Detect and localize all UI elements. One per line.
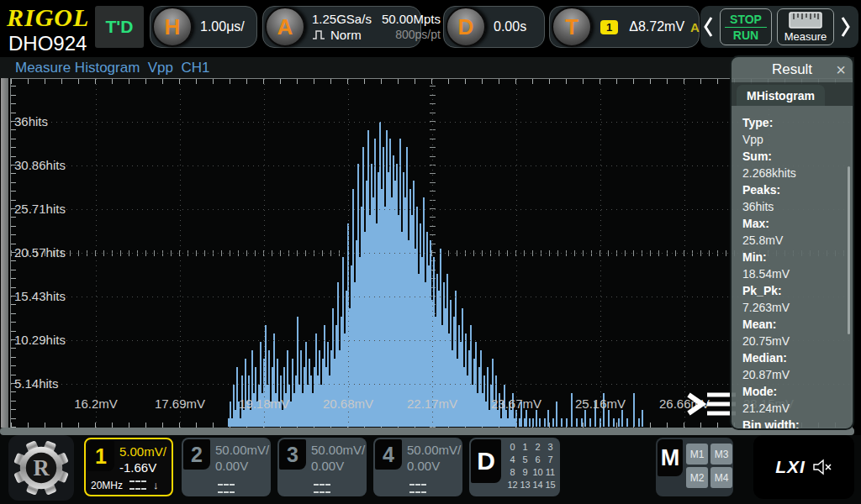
channel-1-box[interactable]: 1 5.00mV/ -1.66V 20MHz ↓ [84,438,173,496]
delay-control[interactable]: D 0.00s [443,6,545,48]
histogram-bar [584,410,586,427]
channel-4-offset: 0.00V [407,458,461,474]
histogram-bar [561,418,563,427]
digital-letter: D [471,439,501,483]
y-axis-tick-label: 20.57hits [14,245,66,260]
digital-bit-label: 3 [544,442,557,454]
close-icon[interactable]: × [836,59,846,81]
offset-arrow-icon: ↓ [153,479,159,491]
math-button-m1[interactable]: M1 [686,444,708,465]
trigger-knob[interactable]: T [552,7,592,47]
channel-4-scale: 50.00mV/ [407,442,461,458]
rigol-logo: RIGOL [7,3,89,32]
channel-1-number: 1 [87,441,114,471]
pulse-icon [312,29,326,40]
math-button-m4[interactable]: M4 [710,467,732,488]
model-name: DHO924 [8,32,87,55]
channel-4-number: 4 [375,439,402,470]
lxi-status-box[interactable]: LXI [753,435,854,499]
x-axis-tick-label: 25.16mV [563,396,638,411]
digital-bit-label: 13 [519,480,531,492]
acquire-control[interactable]: A 1.25GSa/s Norm 50.00Mpts 800ps/pt [262,6,421,48]
channel-2-box[interactable]: 2 50.00mV/ 0.00V [182,438,271,496]
x-axis-tick-label: 17.69mV [142,396,218,411]
stop-run-button[interactable]: STOP RUN [720,8,772,45]
y-axis-tick-label: 15.43hits [14,289,66,303]
dc-coupling-icon [409,484,426,493]
svg-text:R: R [33,455,50,480]
oscilloscope-screen: RIGOL DHO924 T'D H 1.00μs/ A 1.25GSa/s N… [0,0,861,504]
panel-scrollbar[interactable] [848,166,850,334]
speaker-muted-icon [812,459,832,475]
histogram-bar [539,418,541,427]
histogram-bar [621,410,623,427]
result-field-value: 36hits [742,198,853,215]
histogram-bar [613,418,615,427]
histogram-bar [536,410,537,427]
channel-3-number: 3 [279,439,306,470]
digital-bit-label: 4 [506,454,519,467]
histogram-bar [626,418,628,427]
grid-line-horizontal [11,297,852,297]
result-field-label: Pk_Pk: [742,282,853,299]
measure-label: Measure [784,30,827,43]
y-axis-tick-label: 5.14hits [14,376,59,391]
channel-3-box[interactable]: 3 50.00mV/ 0.00V [277,438,367,496]
result-panel-header[interactable]: Result × [732,57,853,82]
result-field-label: Bin width: [742,417,853,430]
trigger-sweep-mode: A [690,20,700,34]
grid-line-horizontal [11,340,852,341]
channel-2-scale: 50.00mV/ [215,442,269,458]
digital-channels-box[interactable]: D 0123456789101112131415 [469,438,560,496]
channel-1-offset: -1.66V [119,459,166,475]
result-panel: Result × MHistogram Type:VppSum:2.268khi… [730,55,854,430]
result-field-value: 21.24mV [742,400,853,417]
x-axis-tick-label: 19.18mV [226,396,302,411]
grid-line-horizontal [11,122,852,123]
horizontal-scale-control[interactable]: H 1.00μs/ [150,6,257,48]
digital-bit-label: 1 [519,442,531,454]
result-field-label: Type: [742,114,853,131]
bottom-bar: R 1 5.00mV/ -1.66V 20MHz ↓ 2 50.00mV/ 0.… [0,435,861,504]
math-letter: M [658,439,683,476]
toolbar-next-button[interactable] [837,15,853,39]
toolbar-prev-button[interactable] [700,15,716,39]
histogram-bar [589,418,591,427]
delay-value: 0.00s [494,19,526,34]
dc-coupling-icon [218,484,235,493]
memory-depth: 50.00Mpts [382,11,441,27]
histogram-bar [638,418,640,427]
channel-4-box[interactable]: 4 50.00mV/ 0.00V [373,438,462,496]
result-field-label: Min: [742,249,853,265]
result-field-label: Sum: [742,148,853,165]
horizontal-knob[interactable]: H [152,7,193,47]
histogram-plot: 16.2mV17.69mV19.18mV20.68mV22.17mV23.67m… [10,78,853,428]
channel-1-bandwidth: 20MHz [91,480,123,491]
trigger-status-badge: T'D [95,6,144,48]
horizontal-scrollbar[interactable] [0,428,854,435]
trigger-source-badge: 1 [600,20,618,34]
histogram-bar [529,418,531,427]
delay-knob[interactable]: D [446,7,486,47]
digital-bit-label: 14 [531,480,544,492]
math-box[interactable]: M M1M3M2M4 [656,438,733,496]
rigol-gear-button[interactable]: R [8,435,74,501]
result-panel-title: Result [772,61,812,78]
digital-bit-label: 7 [544,454,557,467]
trigger-control[interactable]: T 1 Δ8.72mV A [549,6,700,48]
tab-mhistogram[interactable]: MHistogram [737,85,825,106]
result-field-label: Mode: [742,383,853,400]
trigger-level-value: Δ8.72mV [629,19,684,34]
result-field-value: 20.75mV [742,333,853,349]
measure-button[interactable]: Measure [777,8,834,45]
math-button-m2[interactable]: M2 [686,467,708,488]
grid-line-horizontal [11,165,852,166]
result-field-label: Max: [742,215,853,232]
acquire-knob[interactable]: A [265,7,305,47]
histogram-bar [556,402,557,427]
chevron-left-icon [703,15,714,39]
result-field-label: Peaks: [742,181,853,198]
digital-bit-label: 2 [531,442,544,454]
histogram-bar [552,418,554,427]
math-button-m3[interactable]: M3 [710,444,732,465]
